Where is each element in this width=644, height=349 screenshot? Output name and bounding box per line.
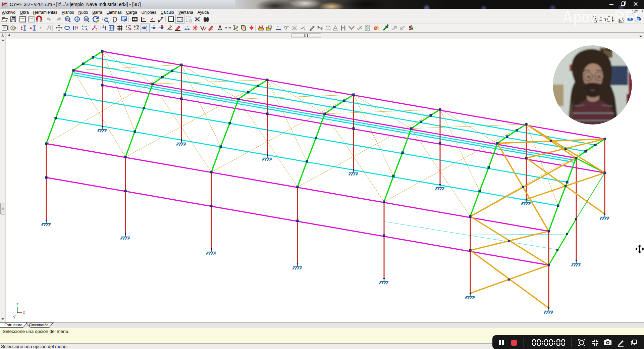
svg-text:Estructura: Estructura [4, 322, 22, 327]
svg-text:Cimentación: Cimentación [29, 322, 48, 327]
svg-text:X: X [23, 311, 25, 315]
svg-text:Z: Z [16, 303, 18, 307]
svg-text:Y: Y [13, 316, 15, 319]
